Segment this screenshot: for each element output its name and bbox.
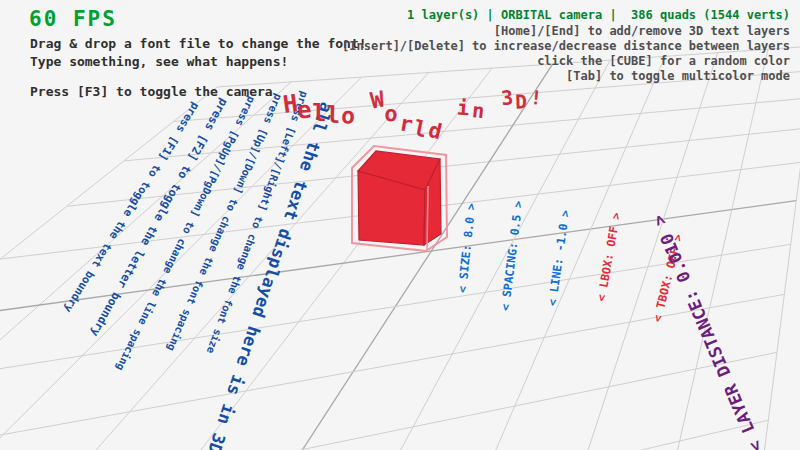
setting-label-4: < LBOX: OFF > [594,211,623,302]
hello-letter [356,85,370,111]
hello-world-3d-text: Hello World in 3D! [283,84,543,112]
raylib-3d-text-demo-window: press [F1] to toggle the text boundrypre… [0,0,800,450]
hud-help-multicolor: [Tab] to toggle multicolor mode [566,69,790,83]
hello-letter [443,86,456,110]
hello-letter: l [312,99,326,126]
ground-help-line-2: press [F2] to toggle the letter boundry [88,96,231,339]
hello-letter: W [368,86,386,114]
ground-help-line-1: press [F1] to toggle the text boundry [61,100,202,315]
hello-letter: o [384,101,399,128]
hello-letter: l [326,101,341,128]
setting-label-2: < SPACING: 0.5 > [498,200,525,312]
hello-letter [487,86,499,109]
hud-help-type: Type something, see what happens! [30,54,288,69]
hud-help-cube: click the [CUBE] for a random color [537,54,790,68]
setting-label-3: < LINE: -1.0 > [545,209,572,307]
hello-letter: n [471,99,486,124]
hud-help-distance: [Insert]/[Delete] to increase/decrease d… [342,39,790,53]
hud-help-camera: Press [F3] to toggle the camera [30,84,273,99]
hud-help-drag-drop: Drag & drop a font file to change the fo… [30,36,367,51]
stats-line: 1 layer(s) | ORBITAL camera | 386 quads … [407,8,790,22]
hello-letter: i [457,96,471,121]
setting-label-6: < LAYER DISTANCE: 0.010 > [648,212,766,450]
hello-letter: D [515,90,527,113]
setting-label-1: < SIZE: 8.0 > [455,202,478,293]
hello-letter: ! [529,86,543,109]
hello-letter: o [340,102,356,130]
ground-help-line-3: press [PgUp]/[PgDown] to change the line… [114,95,258,373]
hud-help-layers: [Home]/[End] to add/remove 3D text layer… [494,24,790,38]
hello-letter: e [297,96,313,125]
hello-letter: 3 [500,86,514,110]
fps-counter: 60 FPS [29,7,117,31]
